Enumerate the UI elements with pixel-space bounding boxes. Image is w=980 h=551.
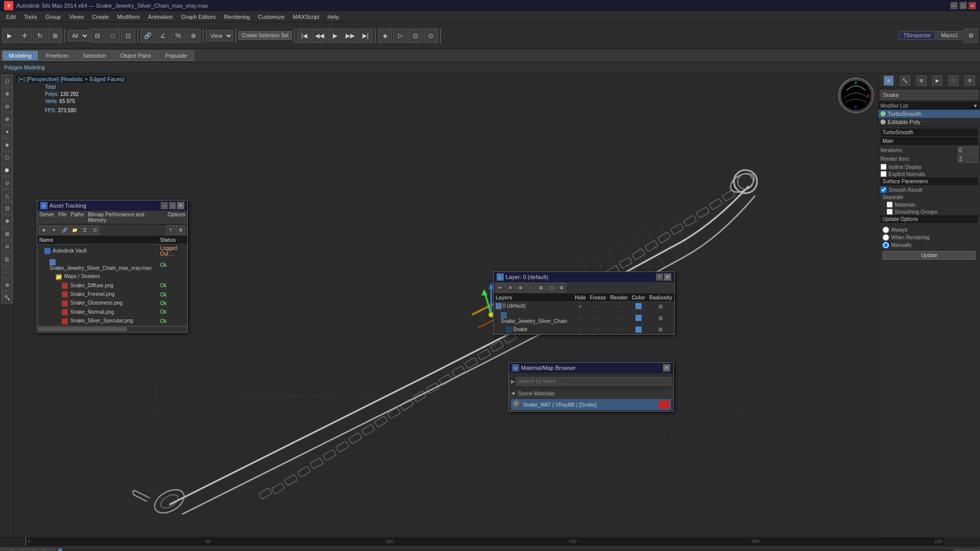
left-tool-9[interactable]: ⊙ <box>1 177 13 189</box>
modifier-bulb-2[interactable] <box>880 119 886 124</box>
layer-tool-move-up[interactable]: ↑ <box>526 283 535 292</box>
tool-scale[interactable]: ⊞ <box>48 29 62 43</box>
layer-snake-hide[interactable]: ─ <box>578 327 582 332</box>
modifier-list-expand[interactable]: ▼ <box>973 103 978 109</box>
asset-tool-1[interactable]: ⊕ <box>39 226 48 235</box>
asset-tool-5[interactable]: ☰ <box>80 226 89 235</box>
modifier-entry-turbosmooth[interactable]: TurboSmooth <box>878 110 980 118</box>
right-icon-utilities[interactable]: ⚙ <box>965 76 975 86</box>
right-icon-modify[interactable]: 🔧 <box>900 76 910 86</box>
asset-tool-6[interactable]: ⊡ <box>90 226 100 235</box>
layer-snake-color[interactable] <box>635 327 642 333</box>
tsinspector-btn[interactable]: TSInspector <box>899 31 936 40</box>
left-tool-11[interactable]: ⊡ <box>1 202 13 214</box>
material-editor[interactable]: ⊙ <box>424 29 438 43</box>
minimize-button[interactable]: ─ <box>950 2 958 9</box>
tab-modeling[interactable]: Modeling <box>2 51 38 61</box>
layer-0-freeze[interactable]: ─ <box>596 304 600 309</box>
asset-menu-server[interactable]: Server <box>39 211 54 223</box>
title-bar-controls[interactable]: ─ □ ✕ <box>950 2 976 9</box>
tab-freeform[interactable]: Freeform <box>39 51 76 61</box>
menu-animation[interactable]: Animation <box>144 13 177 21</box>
iterations-input[interactable] <box>958 146 978 154</box>
left-tool-17[interactable]: ⊛ <box>1 279 13 291</box>
menu-views[interactable]: Views <box>65 13 88 21</box>
object-name-input[interactable] <box>880 90 978 99</box>
material-search-input[interactable] <box>516 377 671 386</box>
spinner-snap[interactable]: ⊕ <box>186 29 201 43</box>
left-tool-3[interactable]: ⊖ <box>1 100 13 112</box>
menu-group[interactable]: Group <box>41 13 65 21</box>
isoline-checkbox[interactable] <box>880 164 887 170</box>
asset-menu-paths[interactable]: Paths <box>71 211 84 223</box>
maximize-button[interactable]: □ <box>960 2 967 9</box>
timeline-bar[interactable] <box>58 548 952 552</box>
prev-frame-btn[interactable]: ◀ <box>11 548 22 552</box>
layer-chain-radiosity[interactable]: ⊞ <box>658 315 663 321</box>
render-setup[interactable]: ◈ <box>378 29 392 43</box>
menu-graph-editors[interactable]: Graph Editors <box>177 13 220 21</box>
smoothing-checkbox[interactable] <box>887 209 893 215</box>
asset-menu-bitmap[interactable]: Bitmap Performance and Memory <box>88 211 163 223</box>
next-key[interactable]: ▶▶ <box>343 29 357 43</box>
menu-edit[interactable]: Edit <box>2 13 20 21</box>
asset-close[interactable]: ✕ <box>177 202 184 209</box>
tab-object-paint[interactable]: Object Paint <box>114 51 158 61</box>
view-dropdown[interactable]: View <box>206 30 233 41</box>
snap-toggle-3d[interactable]: 🔗 <box>140 29 155 43</box>
layer-tool-add[interactable]: ⊕ <box>516 283 525 292</box>
update-button[interactable]: Update <box>883 251 976 260</box>
macro1-btn[interactable]: Macro1 <box>937 31 963 40</box>
asset-menu-file[interactable]: File <box>58 211 66 223</box>
layer-snake-radiosity[interactable]: ⊞ <box>658 327 663 332</box>
snap-percent[interactable]: % <box>171 29 185 43</box>
left-tool-18[interactable]: 🔧 <box>1 291 13 304</box>
table-row[interactable]: Snake_Fresnel.png Ok <box>37 290 187 299</box>
select-by-name[interactable]: ⊟ <box>90 29 105 43</box>
left-tool-8[interactable]: ⬢ <box>1 164 13 176</box>
menu-tools[interactable]: Tools <box>20 13 41 21</box>
right-icon-create[interactable]: ⊕ <box>884 76 894 86</box>
layer-snake-freeze[interactable]: ─ <box>596 327 600 332</box>
layer-0-radiosity[interactable]: ⊞ <box>658 304 663 309</box>
layer-tool-select[interactable]: ◻ <box>547 283 556 292</box>
left-tool-4[interactable]: ⊗ <box>1 113 13 125</box>
play-anim[interactable]: ▶ <box>328 29 342 43</box>
left-tool-2[interactable]: ⊕ <box>1 87 13 99</box>
layer-panel-header[interactable]: L Layer: 0 (default) ? ✕ <box>494 272 674 282</box>
layer-tool-delete[interactable]: ✕ <box>506 283 515 292</box>
layer-help[interactable]: ? <box>656 273 663 281</box>
keyframe-area[interactable]: 050100150200225 <box>0 537 980 546</box>
left-tool-16[interactable]: ⋯ <box>1 266 13 278</box>
table-row[interactable]: Snake_Diffuse.png Ok <box>37 281 187 290</box>
left-tool-10[interactable]: △ <box>1 189 13 202</box>
snap-angle[interactable]: ∠ <box>156 29 170 43</box>
window-crossing[interactable]: ⊡ <box>121 29 135 43</box>
keyframe-track[interactable]: 050100150200225 <box>26 537 944 545</box>
menu-create[interactable]: Create <box>88 13 113 21</box>
next-last-frame[interactable]: ▶| <box>45 548 56 552</box>
table-row[interactable]: Snake_Jewelry_Silver_Chain_max_vray.max … <box>37 258 187 272</box>
menu-modifiers[interactable]: Modifiers <box>113 13 144 21</box>
asset-help[interactable]: ? <box>166 226 175 235</box>
close-button[interactable]: ✕ <box>969 2 976 9</box>
menu-help[interactable]: Help <box>324 13 344 21</box>
when-rendering-radio[interactable] <box>883 234 889 241</box>
left-tool-13[interactable]: ⊞ <box>1 228 13 240</box>
layer-chain-render[interactable]: ─ <box>617 315 621 321</box>
filter-dropdown[interactable]: All <box>67 30 89 41</box>
manually-radio[interactable] <box>883 242 889 248</box>
asset-tool-2[interactable]: ✕ <box>50 226 59 235</box>
material-close[interactable]: ✕ <box>663 364 670 371</box>
always-radio[interactable] <box>883 227 889 233</box>
table-row[interactable]: 📁 Maps / Shaders <box>37 272 187 281</box>
tool-move[interactable]: ✛ <box>17 29 32 43</box>
gizmo-sphere[interactable]: X Y Z <box>838 78 874 113</box>
table-row[interactable]: Snake ─ ─ ─ ⊞ <box>494 325 674 334</box>
tool-select[interactable]: ▶ <box>2 29 16 43</box>
table-row[interactable]: Snake_Silver_Specular.png Ok <box>37 317 187 325</box>
left-tool-12[interactable]: ✥ <box>1 215 13 227</box>
explicit-checkbox[interactable] <box>880 171 887 177</box>
asset-tool-3[interactable]: 🔗 <box>60 226 69 235</box>
layer-0-color[interactable] <box>635 303 642 309</box>
